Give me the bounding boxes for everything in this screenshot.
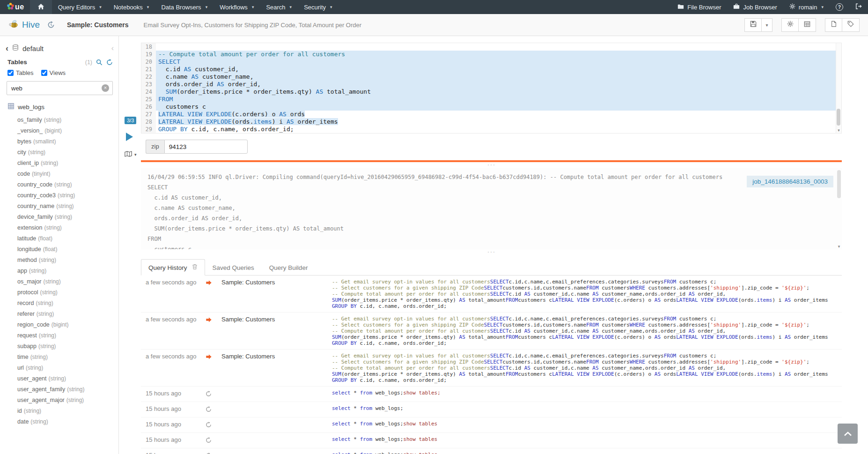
help-button[interactable]: ? [830, 0, 849, 14]
code-editor[interactable]: 1819-- Compute total amount per order fo… [141, 43, 842, 134]
history-row[interactable]: 15 hours agoselect * from web_logs;show … [141, 433, 842, 448]
resize-grip[interactable]: ··· [141, 249, 842, 255]
scroll-to-top-button[interactable] [838, 424, 858, 444]
column-item-client-ip[interactable]: client_ip(string) [0, 158, 118, 169]
editor-line[interactable]: 24 SUM(order_items.price * order_items.q… [141, 88, 841, 96]
column-item-country-code3[interactable]: country_code3(string) [0, 190, 118, 201]
views-checkbox-input[interactable] [41, 70, 47, 76]
log-scrollbar[interactable]: ▾ [836, 168, 842, 249]
column-item-protocol[interactable]: protocol(string) [0, 287, 118, 298]
file-browser-link[interactable]: File Browser [671, 0, 727, 14]
column-item-extension[interactable]: extension(string) [0, 223, 118, 233]
column-item-longitude[interactable]: longitude(float) [0, 244, 118, 255]
back-chevron-icon[interactable]: ‹ [6, 44, 8, 52]
menu-search[interactable]: Search▾ [260, 0, 298, 14]
column-item-app[interactable]: app(string) [0, 266, 118, 276]
tags-button[interactable] [842, 18, 860, 32]
menu-query-editors[interactable]: Query Editors▾ [52, 0, 108, 14]
database-name[interactable]: default [22, 45, 44, 52]
column-item-subapp[interactable]: subapp(string) [0, 341, 118, 352]
history-row[interactable]: a few seconds agoSample: Customers-- Get… [141, 350, 842, 387]
save-caret-button[interactable]: ▾ [762, 18, 772, 32]
column-item-country-code[interactable]: country_code(string) [0, 179, 118, 190]
column-item-method[interactable]: method(string) [0, 255, 118, 266]
history-row[interactable]: a few seconds agoSample: Customers-- Get… [141, 275, 842, 313]
history-row[interactable]: 15 hours agoselect * from web_logs;show … [141, 387, 842, 402]
tab-query-builder[interactable]: Query Builder [262, 259, 316, 275]
app-name[interactable]: Hive [22, 20, 40, 30]
column-item-code[interactable]: code(tinyint) [0, 169, 118, 179]
execute-button[interactable] [126, 133, 133, 141]
column-item-record[interactable]: record(string) [0, 298, 118, 309]
table-filter-input[interactable] [7, 81, 113, 95]
filter-views-checkbox[interactable]: Views [41, 69, 66, 76]
editor-line[interactable]: 22 c.name AS customer_name, [141, 73, 841, 81]
column-item-bytes[interactable]: bytes(smallint) [0, 136, 118, 147]
job-browser-link[interactable]: Job Browser [727, 0, 783, 14]
column-item-date[interactable]: date(string) [0, 417, 118, 427]
menu-data-browsers[interactable]: Data Browsers▾ [155, 0, 213, 14]
column-item-request[interactable]: request(string) [0, 330, 118, 341]
column-item-url[interactable]: url(string) [0, 363, 118, 373]
new-document-button[interactable] [825, 18, 842, 32]
menu-workflows[interactable]: Workflows▾ [213, 0, 260, 14]
variables-map-button[interactable]: ▾ [125, 150, 137, 159]
history-row[interactable]: 15 hours agoselect * from web_logs;show … [141, 448, 842, 454]
editor-line[interactable]: 18 [141, 43, 841, 51]
logout-button[interactable] [849, 0, 868, 14]
editor-line[interactable]: 27LATERAL VIEW EXPLODE(c.orders) o AS or… [141, 111, 841, 118]
resize-grip[interactable]: ··· [141, 162, 842, 168]
history-row[interactable]: 15 hours agoselect * from web_logs;show … [141, 417, 842, 433]
editor-line[interactable]: 21 c.id AS customer_id, [141, 66, 841, 73]
clear-filter-icon[interactable]: × [102, 84, 109, 92]
column-item-country-name[interactable]: country_name(string) [0, 201, 118, 212]
editor-line[interactable]: 26 customers c [141, 103, 841, 111]
hue-logo[interactable]: ue [0, 0, 30, 14]
refresh-icon[interactable] [106, 59, 113, 66]
column-item-latitude[interactable]: latitude(float) [0, 233, 118, 244]
column-item--version-[interactable]: _version_(bigint) [0, 126, 118, 136]
column-item-referer[interactable]: referer(string) [0, 309, 118, 320]
column-item-region-code[interactable]: region_code(bigint) [0, 320, 118, 330]
column-item-device-family[interactable]: device_family(string) [0, 212, 118, 223]
filter-tables-checkbox[interactable]: Tables [7, 69, 34, 76]
job-link[interactable]: job_1461888648136_0003 [747, 176, 833, 187]
tab-query-history[interactable]: Query History [141, 259, 205, 275]
column-item-os-family[interactable]: os_family(string) [0, 115, 118, 126]
menu-notebooks[interactable]: Notebooks▾ [108, 0, 155, 14]
column-item-user-agent-family[interactable]: user_agent_family(string) [0, 384, 118, 395]
collapse-panel-icon[interactable]: ‹ [111, 44, 114, 52]
editor-line[interactable]: 29GROUP BY c.id, c.name, ords.order_id; [141, 126, 841, 133]
tab-saved-queries[interactable]: Saved Queries [205, 259, 262, 275]
editor-line[interactable]: 28LATERAL VIEW EXPLODE(ords.items) i AS … [141, 118, 841, 126]
column-item-id[interactable]: id(string) [0, 406, 118, 417]
search-icon[interactable] [96, 59, 103, 66]
column-item-os-major[interactable]: os_major(string) [0, 276, 118, 287]
editor-scrollbar[interactable]: ▾ [836, 43, 841, 133]
history-row[interactable]: 15 hours agoselect * from web_logs; [141, 402, 842, 417]
clear-history-icon[interactable] [192, 264, 198, 271]
menu-security[interactable]: Security▾ [298, 0, 338, 14]
editor-line[interactable]: 20SELECT [141, 58, 841, 66]
column-item-city[interactable]: city(string) [0, 147, 118, 158]
table-item-web-logs[interactable]: web_logs [0, 103, 118, 111]
column-item-time[interactable]: time(string) [0, 352, 118, 363]
variable-zip-input[interactable] [164, 140, 248, 154]
scrollbar-thumb[interactable] [837, 109, 840, 126]
scrollbar-thumb[interactable] [837, 170, 841, 198]
settings-button[interactable] [781, 18, 799, 32]
query-history-icon[interactable] [47, 21, 55, 29]
schedule-button[interactable] [799, 18, 816, 32]
tables-checkbox-input[interactable] [7, 70, 14, 76]
scroll-down-icon[interactable]: ▾ [836, 127, 841, 133]
user-menu[interactable]: romain ▾ [783, 0, 830, 14]
home-button[interactable] [30, 0, 52, 14]
save-button[interactable] [744, 18, 762, 32]
scroll-down-icon[interactable]: ▾ [836, 244, 842, 249]
column-item-user-agent-major[interactable]: user_agent_major(string) [0, 395, 118, 406]
history-row[interactable]: a few seconds agoSample: Customers-- Get… [141, 313, 842, 350]
editor-line[interactable]: 19-- Compute total amount per order for … [141, 51, 841, 58]
editor-line[interactable]: 25FROM [141, 96, 841, 103]
editor-line[interactable]: 23 ords.order_id AS order_id, [141, 81, 841, 88]
column-item-user-agent[interactable]: user_agent(string) [0, 373, 118, 384]
